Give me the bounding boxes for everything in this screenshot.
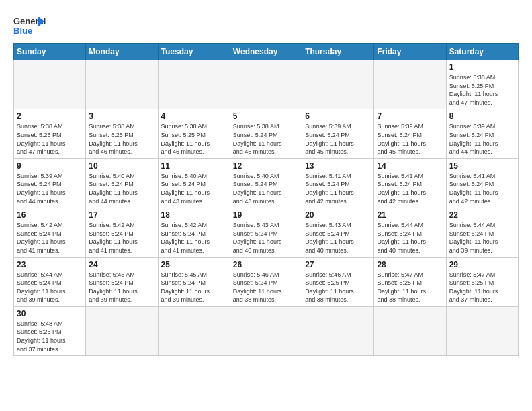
column-header-sunday: Sunday: [14, 44, 86, 60]
day-info: Sunrise: 5:39 AM Sunset: 5:24 PM Dayligh…: [305, 122, 371, 156]
day-info: Sunrise: 5:41 AM Sunset: 5:24 PM Dayligh…: [377, 172, 443, 205]
calendar-cell: 19Sunrise: 5:43 AM Sunset: 5:24 PM Dayli…: [230, 208, 302, 257]
day-number: 9: [17, 161, 83, 171]
day-number: 6: [305, 111, 371, 121]
day-info: Sunrise: 5:42 AM Sunset: 5:24 PM Dayligh…: [161, 221, 227, 255]
calendar-cell: 10Sunrise: 5:40 AM Sunset: 5:24 PM Dayli…: [86, 158, 158, 208]
day-number: 29: [449, 260, 515, 269]
day-info: Sunrise: 5:43 AM Sunset: 5:24 PM Dayligh…: [305, 221, 371, 255]
calendar-cell: 21Sunrise: 5:44 AM Sunset: 5:24 PM Dayli…: [374, 208, 446, 257]
calendar-cell: [230, 60, 302, 109]
day-info: Sunrise: 5:41 AM Sunset: 5:24 PM Dayligh…: [305, 172, 371, 205]
day-info: Sunrise: 5:44 AM Sunset: 5:24 PM Dayligh…: [377, 221, 443, 255]
day-info: Sunrise: 5:44 AM Sunset: 5:24 PM Dayligh…: [17, 271, 83, 304]
day-info: Sunrise: 5:38 AM Sunset: 5:25 PM Dayligh…: [17, 122, 83, 156]
calendar-cell: 22Sunrise: 5:44 AM Sunset: 5:24 PM Dayli…: [446, 208, 518, 257]
day-number: 13: [305, 161, 371, 171]
calendar-cell: 7Sunrise: 5:39 AM Sunset: 5:24 PM Daylig…: [374, 109, 446, 158]
day-number: 12: [233, 161, 299, 171]
calendar-cell: [14, 60, 86, 109]
calendar-cell: 25Sunrise: 5:45 AM Sunset: 5:24 PM Dayli…: [158, 257, 230, 306]
calendar-cell: 24Sunrise: 5:45 AM Sunset: 5:24 PM Dayli…: [86, 257, 158, 306]
calendar-cell: 5Sunrise: 5:38 AM Sunset: 5:24 PM Daylig…: [230, 109, 302, 158]
calendar-cell: [374, 60, 446, 109]
day-info: Sunrise: 5:45 AM Sunset: 5:24 PM Dayligh…: [161, 271, 227, 304]
day-info: Sunrise: 5:40 AM Sunset: 5:24 PM Dayligh…: [89, 172, 154, 205]
calendar-cell: 2Sunrise: 5:38 AM Sunset: 5:25 PM Daylig…: [14, 109, 86, 158]
calendar-cell: 27Sunrise: 5:46 AM Sunset: 5:25 PM Dayli…: [302, 257, 374, 306]
column-header-wednesday: Wednesday: [230, 44, 302, 60]
day-info: Sunrise: 5:39 AM Sunset: 5:24 PM Dayligh…: [449, 122, 515, 156]
column-header-saturday: Saturday: [446, 44, 518, 60]
day-number: 22: [449, 210, 515, 220]
day-number: 15: [449, 161, 515, 171]
day-number: 24: [89, 260, 154, 269]
day-number: 19: [233, 210, 299, 220]
day-info: Sunrise: 5:38 AM Sunset: 5:25 PM Dayligh…: [449, 73, 515, 107]
day-number: 2: [17, 111, 83, 121]
calendar-cell: 15Sunrise: 5:41 AM Sunset: 5:24 PM Dayli…: [446, 158, 518, 208]
day-number: 11: [161, 161, 227, 171]
calendar-cell: [446, 306, 518, 355]
calendar-cell: [86, 306, 158, 355]
calendar-cell: 23Sunrise: 5:44 AM Sunset: 5:24 PM Dayli…: [14, 257, 86, 306]
day-info: Sunrise: 5:46 AM Sunset: 5:24 PM Dayligh…: [233, 271, 299, 304]
day-number: 3: [89, 111, 154, 121]
logo: General Blue: [13, 13, 46, 38]
day-number: 30: [17, 309, 83, 318]
calendar-cell: [86, 60, 158, 109]
calendar-cell: [302, 306, 374, 355]
day-info: Sunrise: 5:39 AM Sunset: 5:24 PM Dayligh…: [17, 172, 83, 205]
day-info: Sunrise: 5:40 AM Sunset: 5:24 PM Dayligh…: [161, 172, 227, 205]
calendar-cell: 30Sunrise: 5:48 AM Sunset: 5:25 PM Dayli…: [14, 306, 86, 355]
calendar-cell: 8Sunrise: 5:39 AM Sunset: 5:24 PM Daylig…: [446, 109, 518, 158]
day-info: Sunrise: 5:38 AM Sunset: 5:25 PM Dayligh…: [89, 122, 154, 156]
calendar-cell: 18Sunrise: 5:42 AM Sunset: 5:24 PM Dayli…: [158, 208, 230, 257]
calendar-cell: 11Sunrise: 5:40 AM Sunset: 5:24 PM Dayli…: [158, 158, 230, 208]
day-number: 4: [161, 111, 227, 121]
day-number: 7: [377, 111, 443, 121]
day-number: 28: [377, 260, 443, 269]
calendar-cell: 28Sunrise: 5:47 AM Sunset: 5:25 PM Dayli…: [374, 257, 446, 306]
column-header-friday: Friday: [374, 44, 446, 60]
day-number: 26: [233, 260, 299, 269]
calendar-cell: [158, 60, 230, 109]
day-number: 27: [305, 260, 371, 269]
calendar-cell: 3Sunrise: 5:38 AM Sunset: 5:25 PM Daylig…: [86, 109, 158, 158]
column-header-monday: Monday: [86, 44, 158, 60]
calendar-cell: 13Sunrise: 5:41 AM Sunset: 5:24 PM Dayli…: [302, 158, 374, 208]
column-header-thursday: Thursday: [302, 44, 374, 60]
day-number: 1: [449, 62, 515, 72]
day-number: 25: [161, 260, 227, 269]
day-number: 21: [377, 210, 443, 220]
day-info: Sunrise: 5:41 AM Sunset: 5:24 PM Dayligh…: [449, 172, 515, 205]
calendar-cell: 4Sunrise: 5:38 AM Sunset: 5:25 PM Daylig…: [158, 109, 230, 158]
generalblue-logo-icon: General Blue: [13, 13, 46, 38]
day-number: 17: [89, 210, 154, 220]
day-info: Sunrise: 5:44 AM Sunset: 5:24 PM Dayligh…: [449, 221, 515, 255]
day-info: Sunrise: 5:47 AM Sunset: 5:25 PM Dayligh…: [449, 271, 515, 304]
day-number: 14: [377, 161, 443, 171]
column-header-tuesday: Tuesday: [158, 44, 230, 60]
calendar-cell: 29Sunrise: 5:47 AM Sunset: 5:25 PM Dayli…: [446, 257, 518, 306]
day-info: Sunrise: 5:38 AM Sunset: 5:24 PM Dayligh…: [233, 122, 299, 156]
day-info: Sunrise: 5:42 AM Sunset: 5:24 PM Dayligh…: [89, 221, 154, 255]
day-info: Sunrise: 5:38 AM Sunset: 5:25 PM Dayligh…: [161, 122, 227, 156]
calendar-cell: 6Sunrise: 5:39 AM Sunset: 5:24 PM Daylig…: [302, 109, 374, 158]
day-info: Sunrise: 5:46 AM Sunset: 5:25 PM Dayligh…: [305, 271, 371, 304]
calendar-cell: 17Sunrise: 5:42 AM Sunset: 5:24 PM Dayli…: [86, 208, 158, 257]
calendar-cell: 14Sunrise: 5:41 AM Sunset: 5:24 PM Dayli…: [374, 158, 446, 208]
calendar-cell: 1Sunrise: 5:38 AM Sunset: 5:25 PM Daylig…: [446, 60, 518, 109]
day-info: Sunrise: 5:45 AM Sunset: 5:24 PM Dayligh…: [89, 271, 154, 304]
day-info: Sunrise: 5:42 AM Sunset: 5:24 PM Dayligh…: [17, 221, 83, 255]
page-header: General Blue: [13, 11, 519, 38]
svg-text:Blue: Blue: [13, 26, 32, 36]
day-number: 20: [305, 210, 371, 220]
day-number: 23: [17, 260, 83, 269]
calendar-cell: 26Sunrise: 5:46 AM Sunset: 5:24 PM Dayli…: [230, 257, 302, 306]
day-info: Sunrise: 5:43 AM Sunset: 5:24 PM Dayligh…: [233, 221, 299, 255]
calendar-cell: [374, 306, 446, 355]
calendar-cell: [158, 306, 230, 355]
day-number: 16: [17, 210, 83, 220]
day-info: Sunrise: 5:47 AM Sunset: 5:25 PM Dayligh…: [377, 271, 443, 304]
